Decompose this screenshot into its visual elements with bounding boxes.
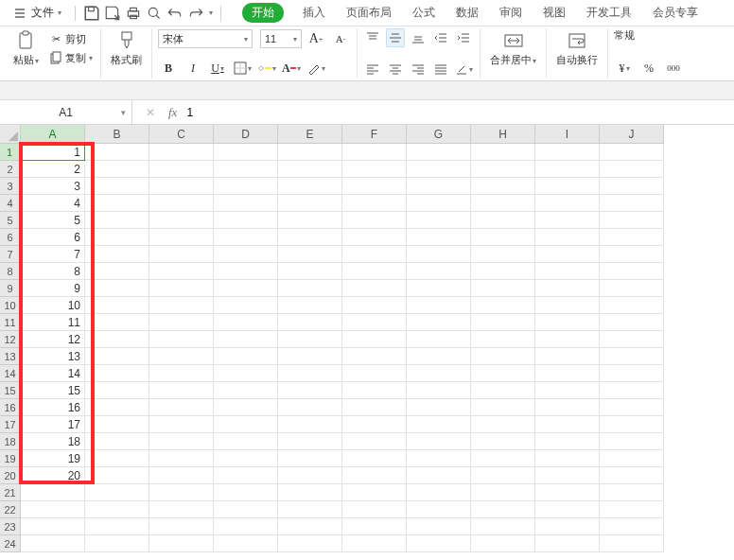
cell-H23[interactable] [471,518,535,535]
row-header-14[interactable]: 14 [0,365,21,382]
cell-A11[interactable]: 11 [21,314,85,331]
cell-I8[interactable] [535,263,600,280]
increase-indent-button[interactable] [454,28,473,47]
col-header-B[interactable]: B [85,125,149,144]
cell-H6[interactable] [471,229,535,246]
cell-B7[interactable] [85,246,149,263]
cell-I13[interactable] [535,348,600,365]
cell-E8[interactable] [278,263,342,280]
cell-B10[interactable] [85,297,149,314]
cell-J5[interactable] [600,212,664,229]
cell-G23[interactable] [407,518,471,535]
increase-font-button[interactable]: A+ [306,28,326,49]
tab-开发工具[interactable]: 开发工具 [585,3,634,23]
cell-J2[interactable] [600,161,664,178]
comma-style-button[interactable]: 000 [663,58,684,79]
cell-G2[interactable] [407,161,471,178]
cell-F16[interactable] [342,399,407,416]
cell-C20[interactable] [149,467,214,484]
justify-button[interactable] [431,60,450,79]
percent-button[interactable]: % [638,58,659,79]
cell-H20[interactable] [471,467,535,484]
cell-A16[interactable]: 16 [21,399,85,416]
cell-B13[interactable] [85,348,149,365]
cell-I17[interactable] [535,416,600,433]
row-header-15[interactable]: 15 [0,382,21,399]
cell-F3[interactable] [342,178,407,195]
cell-F22[interactable] [342,501,407,518]
cell-E10[interactable] [278,297,342,314]
decrease-indent-button[interactable] [431,28,450,47]
cell-B9[interactable] [85,280,149,297]
cell-B23[interactable] [85,518,149,535]
cell-G6[interactable] [407,229,471,246]
cell-F21[interactable] [342,484,407,501]
col-header-D[interactable]: D [214,125,278,144]
select-all-corner[interactable] [0,125,21,144]
cell-J14[interactable] [600,365,664,382]
cell-I24[interactable] [535,535,600,552]
cell-D10[interactable] [214,297,278,314]
cell-B11[interactable] [85,314,149,331]
cell-G5[interactable] [407,212,471,229]
cell-E11[interactable] [278,314,342,331]
tab-开始[interactable]: 开始 [242,3,284,23]
cell-E18[interactable] [278,433,342,450]
cell-J15[interactable] [600,382,664,399]
cell-I4[interactable] [535,195,600,212]
redo-icon[interactable] [187,5,204,22]
format-painter-button[interactable]: 格式刷 [107,28,146,69]
cell-B1[interactable] [85,144,149,161]
col-header-C[interactable]: C [149,125,214,144]
cell-G4[interactable] [407,195,471,212]
cell-B15[interactable] [85,382,149,399]
cell-J3[interactable] [600,178,664,195]
cell-D14[interactable] [214,365,278,382]
cell-E22[interactable] [278,501,342,518]
cell-E12[interactable] [278,331,342,348]
tab-视图[interactable]: 视图 [541,3,568,23]
cell-E2[interactable] [278,161,342,178]
cell-A23[interactable] [21,518,85,535]
cell-G17[interactable] [407,416,471,433]
cell-E7[interactable] [278,246,342,263]
cell-H11[interactable] [471,314,535,331]
cell-I11[interactable] [535,314,600,331]
cell-G7[interactable] [407,246,471,263]
tab-页面布局[interactable]: 页面布局 [344,3,393,23]
copy-button[interactable]: 复制▾ [46,51,95,66]
cell-G21[interactable] [407,484,471,501]
cell-H19[interactable] [471,450,535,467]
cell-E1[interactable] [278,144,342,161]
cell-A3[interactable]: 3 [21,178,85,195]
cell-C1[interactable] [149,144,214,161]
cell-A15[interactable]: 15 [21,382,85,399]
cell-D12[interactable] [214,331,278,348]
cell-D24[interactable] [214,535,278,552]
tab-审阅[interactable]: 审阅 [498,3,524,23]
cell-D9[interactable] [214,280,278,297]
cell-C9[interactable] [149,280,214,297]
cell-I5[interactable] [535,212,600,229]
cell-D8[interactable] [214,263,278,280]
cell-F13[interactable] [342,348,407,365]
cell-H14[interactable] [471,365,535,382]
col-header-A[interactable]: A [21,125,85,144]
cell-D1[interactable] [214,144,278,161]
cell-A1[interactable]: 1 [21,144,85,161]
cell-F8[interactable] [342,263,407,280]
clear-format-button[interactable]: ▾ [306,58,326,79]
cell-H3[interactable] [471,178,535,195]
cell-H15[interactable] [471,382,535,399]
cell-C22[interactable] [149,501,214,518]
cell-F17[interactable] [342,416,407,433]
cell-A18[interactable]: 18 [21,433,85,450]
cell-A21[interactable] [21,484,85,501]
cell-A17[interactable]: 17 [21,416,85,433]
cell-A20[interactable]: 20 [21,467,85,484]
cell-A12[interactable]: 12 [21,331,85,348]
cell-F5[interactable] [342,212,407,229]
col-header-G[interactable]: G [407,125,471,144]
cell-D6[interactable] [214,229,278,246]
cell-I21[interactable] [535,484,600,501]
